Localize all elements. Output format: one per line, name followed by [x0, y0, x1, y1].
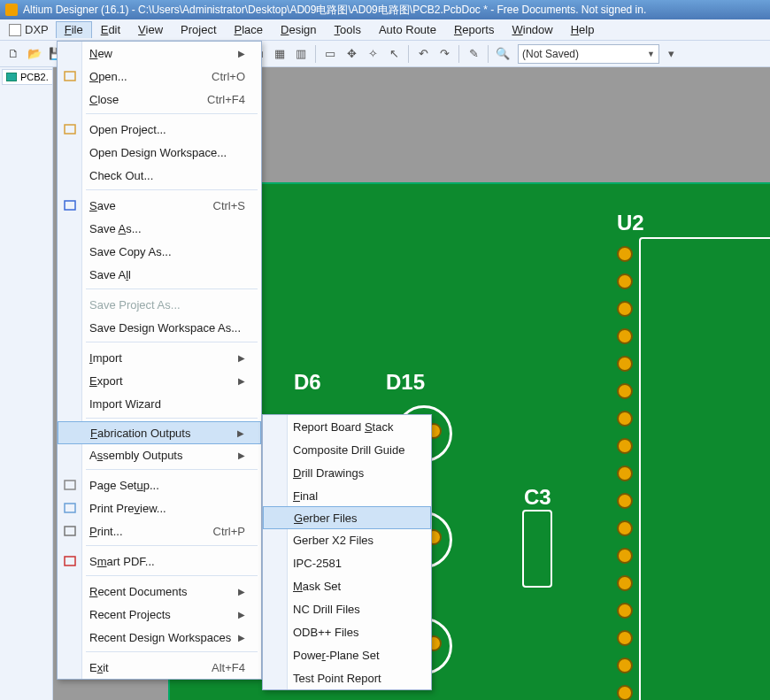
menu-item-save-design-workspace-as[interactable]: Save Design Workspace As...	[58, 316, 261, 339]
tb-deselect-icon[interactable]: ✧	[363, 44, 382, 64]
menu-item-label: Recent Documents	[89, 585, 188, 598]
menu-help[interactable]: Help	[562, 21, 604, 38]
menu-item-report-board-stack[interactable]: Report Board Stack	[263, 415, 431, 438]
menu-item-save-as[interactable]: Save As...	[58, 217, 261, 240]
menu-item-exit[interactable]: ExitAlt+F4	[58, 656, 261, 679]
menu-item-label: Gerber X2 Files	[293, 534, 373, 547]
tb-view-icon[interactable]: 🔍	[493, 44, 512, 64]
submenu-arrow-icon: ▶	[238, 587, 245, 596]
menu-item-fabrication-outputs[interactable]: Fabrication Outputs▶	[58, 421, 261, 444]
menu-item-label: Gerber Files	[294, 512, 358, 525]
tb-new-icon[interactable]: 🗋	[4, 44, 23, 64]
pad	[617, 630, 633, 646]
title-text: Altium Designer (16.1) - C:\Users\Admini…	[23, 3, 646, 18]
tb-route-icon[interactable]: ✎	[464, 44, 483, 64]
submenu-arrow-icon: ▶	[237, 428, 244, 438]
svg-rect-0	[65, 72, 75, 81]
menu-item-gerber-files[interactable]: Gerber Files	[263, 506, 431, 529]
menu-item-import[interactable]: Import▶	[58, 346, 261, 369]
tb-move-icon[interactable]: ✥	[342, 44, 361, 64]
pad	[617, 520, 633, 536]
submenu-arrow-icon: ▶	[238, 376, 245, 386]
menu-item-power-plane-set[interactable]: Power-Plane Set	[263, 643, 431, 666]
pad	[617, 548, 633, 564]
menu-item-page-setup[interactable]: Page Setup...	[58, 473, 261, 496]
menu-item-close[interactable]: CloseCtrl+F4	[58, 88, 261, 111]
menu-item-label: Assembly Outputs	[89, 449, 183, 462]
svg-rect-4	[65, 504, 75, 512]
menu-item-label: Save	[89, 199, 116, 212]
tb-open-icon[interactable]: 📂	[25, 44, 44, 64]
menu-item-check-out[interactable]: Check Out...	[58, 164, 261, 187]
menu-item-open-design-workspace[interactable]: Open Design Workspace...	[58, 141, 261, 164]
menu-item-recent-projects[interactable]: Recent Projects▶	[58, 603, 261, 626]
menu-item-nc-drill-files[interactable]: NC Drill Files	[263, 597, 431, 620]
menu-item-smart-pdf[interactable]: Smart PDF...	[58, 550, 261, 573]
tb-paste-icon[interactable]: ▦	[270, 44, 289, 64]
menu-auto-route[interactable]: Auto Route	[370, 21, 445, 38]
menu-item-test-point-report[interactable]: Test Point Report	[263, 666, 431, 689]
tb-redo-icon[interactable]: ↷	[435, 44, 454, 64]
menu-item-new[interactable]: New▶	[58, 42, 261, 65]
menu-item-composite-drill-guide[interactable]: Composite Drill Guide	[263, 438, 431, 461]
menu-item-drill-drawings[interactable]: Drill Drawings	[263, 461, 431, 484]
tb-select-icon[interactable]: ▭	[320, 44, 340, 64]
menu-item-label: NC Drill Files	[293, 603, 360, 616]
menu-window[interactable]: Window	[503, 21, 561, 38]
silkscreen-label: U2	[617, 211, 644, 235]
menu-item-print-preview[interactable]: Print Preview...	[58, 496, 261, 519]
submenu-arrow-icon: ▶	[238, 450, 245, 460]
pad	[617, 658, 633, 673]
menu-item-save-all[interactable]: Save All	[58, 263, 261, 286]
svg-rect-1	[65, 125, 75, 134]
menu-item-save[interactable]: SaveCtrl+S	[58, 194, 261, 217]
file-menu: New▶Open...Ctrl+OCloseCtrl+F4Open Projec…	[57, 41, 262, 680]
submenu-arrow-icon: ▶	[238, 353, 245, 363]
menu-item-final[interactable]: Final	[263, 484, 431, 507]
menu-file[interactable]: File	[56, 21, 92, 38]
menu-project[interactable]: Project	[172, 21, 225, 38]
tb-undo-icon[interactable]: ↶	[413, 44, 433, 64]
menu-item-label: Print Preview...	[89, 502, 166, 515]
document-tab[interactable]: PCB2.	[2, 69, 52, 85]
menu-item-save-project-as: Save Project As...	[58, 293, 261, 316]
menu-item-assembly-outputs[interactable]: Assembly Outputs▶	[58, 443, 261, 466]
menu-item-export[interactable]: Export▶	[58, 369, 261, 392]
toolbar-sep	[408, 45, 409, 63]
menu-item-label: Open Project...	[89, 123, 166, 136]
menu-item-ipc-2581[interactable]: IPC-2581	[263, 551, 431, 574]
menu-item-open[interactable]: Open...Ctrl+O	[58, 65, 261, 88]
menu-item-recent-design-workspaces[interactable]: Recent Design Workspaces▶	[58, 626, 261, 649]
menu-item-label: Save Project As...	[89, 298, 181, 312]
tb-paste2-icon[interactable]: ▥	[291, 44, 311, 64]
menu-view[interactable]: View	[129, 21, 172, 38]
menu-design[interactable]: Design	[272, 21, 325, 38]
svg-rect-3	[65, 481, 75, 489]
menu-separator	[58, 339, 261, 346]
menu-item-save-copy-as[interactable]: Save Copy As...	[58, 240, 261, 263]
menu-item-recent-documents[interactable]: Recent Documents▶	[58, 580, 261, 603]
toolbar-sep	[458, 45, 459, 63]
tb-more-icon[interactable]: ▾	[661, 44, 681, 64]
menu-reports[interactable]: Reports	[445, 21, 504, 38]
menu-tools[interactable]: Tools	[326, 21, 370, 38]
menu-item-print[interactable]: Print...Ctrl+P	[58, 519, 261, 542]
pcb-doc-icon	[6, 73, 17, 81]
menu-item-label: Page Setup...	[89, 479, 159, 492]
menu-shortcut: Alt+F4	[176, 661, 245, 674]
menu-item-odb-files[interactable]: ODB++ Files	[263, 620, 431, 643]
menu-edit[interactable]: Edit	[92, 21, 129, 38]
chevron-down-icon: ▼	[647, 50, 655, 58]
combo-label: (Not Saved)	[522, 48, 579, 60]
dxp-menu[interactable]: DXP	[2, 21, 56, 38]
menu-place[interactable]: Place	[226, 21, 273, 38]
toolbar-sep	[488, 45, 489, 63]
layout-combo[interactable]: (Not Saved) ▼	[518, 44, 659, 64]
tb-cursor-icon[interactable]: ↖	[384, 44, 404, 64]
pad	[617, 575, 633, 591]
menu-item-open-project[interactable]: Open Project...	[58, 118, 261, 141]
menu-item-label: Report Board Stack	[293, 420, 393, 434]
menu-item-mask-set[interactable]: Mask Set	[263, 574, 431, 597]
menu-item-import-wizard[interactable]: Import Wizard	[58, 392, 261, 415]
menu-item-gerber-x2-files[interactable]: Gerber X2 Files	[263, 528, 431, 551]
